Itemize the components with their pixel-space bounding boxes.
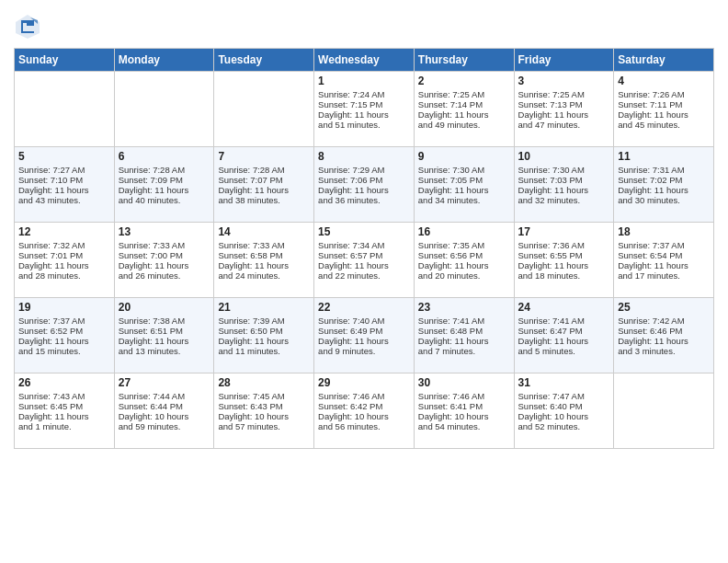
day-info: Sunrise: 7:37 AM — [18, 316, 110, 326]
day-number: 9 — [418, 150, 510, 163]
day-info: Daylight: 11 hours — [218, 260, 310, 270]
day-info: Daylight: 11 hours — [418, 109, 510, 120]
day-info: and 30 minutes. — [618, 195, 710, 205]
day-info: Sunset: 6:47 PM — [518, 326, 610, 336]
day-info: Sunrise: 7:31 AM — [618, 165, 710, 175]
day-info: and 1 minute. — [18, 421, 110, 431]
day-info: Daylight: 11 hours — [318, 336, 410, 346]
day-info: Sunrise: 7:38 AM — [119, 316, 210, 326]
day-info: Sunrise: 7:47 AM — [518, 391, 610, 401]
calendar-cell: 20Sunrise: 7:38 AMSunset: 6:51 PMDayligh… — [114, 298, 214, 373]
day-info: and 45 minutes. — [618, 120, 710, 130]
day-info: Daylight: 11 hours — [218, 336, 310, 346]
calendar-cell: 9Sunrise: 7:30 AMSunset: 7:05 PMDaylight… — [414, 147, 514, 223]
day-info: and 59 minutes. — [119, 421, 210, 431]
day-info: Daylight: 11 hours — [18, 336, 110, 346]
day-info: Sunrise: 7:40 AM — [318, 316, 410, 326]
day-info: Sunset: 7:05 PM — [418, 175, 510, 185]
day-number: 14 — [218, 225, 310, 238]
day-number: 12 — [18, 225, 110, 238]
calendar-cell: 18Sunrise: 7:37 AMSunset: 6:54 PMDayligh… — [614, 223, 714, 298]
page-header — [14, 9, 714, 40]
day-info: Daylight: 11 hours — [318, 185, 410, 195]
day-number: 1 — [318, 75, 410, 87]
day-info: Sunrise: 7:25 AM — [518, 89, 610, 99]
calendar-cell: 19Sunrise: 7:37 AMSunset: 6:52 PMDayligh… — [15, 298, 115, 373]
day-info: Sunset: 6:54 PM — [618, 250, 710, 260]
calendar-cell: 6Sunrise: 7:28 AMSunset: 7:09 PMDaylight… — [114, 147, 214, 223]
day-info: Sunrise: 7:37 AM — [618, 240, 710, 250]
calendar-cell: 28Sunrise: 7:45 AMSunset: 6:43 PMDayligh… — [214, 373, 314, 449]
day-number: 23 — [418, 301, 510, 314]
day-info: Sunset: 7:13 PM — [518, 99, 610, 109]
day-info: Sunset: 6:57 PM — [318, 250, 410, 260]
weekday-header-friday: Friday — [514, 49, 614, 72]
day-info: and 57 minutes. — [218, 421, 310, 431]
day-info: Sunrise: 7:46 AM — [418, 391, 510, 401]
calendar-cell: 22Sunrise: 7:40 AMSunset: 6:49 PMDayligh… — [314, 298, 415, 373]
day-info: and 3 minutes. — [618, 346, 710, 356]
calendar-cell: 12Sunrise: 7:32 AMSunset: 7:01 PMDayligh… — [15, 223, 115, 298]
calendar-cell: 21Sunrise: 7:39 AMSunset: 6:50 PMDayligh… — [214, 298, 314, 373]
day-info: and 32 minutes. — [518, 195, 610, 205]
day-info: Sunrise: 7:34 AM — [318, 240, 410, 250]
day-number: 31 — [518, 376, 610, 389]
day-info: Sunrise: 7:33 AM — [218, 240, 310, 250]
day-info: and 15 minutes. — [18, 346, 110, 356]
day-info: and 22 minutes. — [318, 270, 410, 281]
day-info: and 7 minutes. — [418, 346, 510, 356]
day-info: Sunrise: 7:39 AM — [218, 316, 310, 326]
day-info: and 36 minutes. — [318, 195, 410, 205]
svg-marker-0 — [16, 15, 40, 39]
calendar-cell: 30Sunrise: 7:46 AMSunset: 6:41 PMDayligh… — [414, 373, 514, 449]
day-number: 13 — [119, 225, 210, 238]
day-info: and 20 minutes. — [418, 270, 510, 281]
day-info: Daylight: 11 hours — [618, 109, 710, 120]
calendar-cell: 26Sunrise: 7:43 AMSunset: 6:45 PMDayligh… — [15, 373, 115, 449]
day-info: Sunrise: 7:36 AM — [518, 240, 610, 250]
day-number: 28 — [218, 376, 310, 389]
day-info: Sunset: 6:41 PM — [418, 401, 510, 411]
day-info: and 40 minutes. — [119, 195, 210, 205]
day-info: Sunset: 7:11 PM — [618, 99, 710, 109]
day-info: Sunset: 6:45 PM — [18, 401, 110, 411]
calendar-cell: 14Sunrise: 7:33 AMSunset: 6:58 PMDayligh… — [214, 223, 314, 298]
calendar-cell: 5Sunrise: 7:27 AMSunset: 7:10 PMDaylight… — [15, 147, 115, 223]
day-info: and 38 minutes. — [218, 195, 310, 205]
calendar-cell: 27Sunrise: 7:44 AMSunset: 6:44 PMDayligh… — [114, 373, 214, 449]
day-info: and 9 minutes. — [318, 346, 410, 356]
day-info: Daylight: 11 hours — [318, 109, 410, 120]
day-number: 27 — [119, 376, 210, 389]
day-info: Daylight: 11 hours — [618, 185, 710, 195]
day-info: Sunset: 6:51 PM — [119, 326, 210, 336]
day-info: Sunset: 7:14 PM — [418, 99, 510, 109]
day-number: 22 — [318, 301, 410, 314]
day-info: Sunset: 6:56 PM — [418, 250, 510, 260]
day-info: Sunset: 6:40 PM — [518, 401, 610, 411]
calendar-cell: 15Sunrise: 7:34 AMSunset: 6:57 PMDayligh… — [314, 223, 415, 298]
day-info: Sunrise: 7:46 AM — [318, 391, 410, 401]
day-info: Sunset: 7:03 PM — [518, 175, 610, 185]
calendar-cell: 13Sunrise: 7:33 AMSunset: 7:00 PMDayligh… — [114, 223, 214, 298]
day-info: Sunrise: 7:42 AM — [618, 316, 710, 326]
day-info: Sunset: 6:55 PM — [518, 250, 610, 260]
day-info: Daylight: 10 hours — [518, 411, 610, 421]
logo-icon — [14, 13, 41, 40]
day-info: and 24 minutes. — [218, 270, 310, 281]
day-info: Sunrise: 7:30 AM — [418, 165, 510, 175]
day-info: Sunrise: 7:29 AM — [318, 165, 410, 175]
day-info: Daylight: 10 hours — [119, 411, 210, 421]
day-number: 25 — [618, 301, 710, 314]
day-number: 7 — [218, 150, 310, 163]
day-number: 2 — [418, 75, 510, 87]
calendar-table: SundayMondayTuesdayWednesdayThursdayFrid… — [14, 48, 714, 449]
page-container: SundayMondayTuesdayWednesdayThursdayFrid… — [0, 0, 728, 458]
day-info: Daylight: 11 hours — [119, 260, 210, 270]
day-number: 11 — [618, 150, 710, 163]
day-info: Daylight: 11 hours — [518, 260, 610, 270]
calendar-cell: 10Sunrise: 7:30 AMSunset: 7:03 PMDayligh… — [514, 147, 614, 223]
weekday-header-wednesday: Wednesday — [314, 49, 415, 72]
day-info: Sunrise: 7:41 AM — [418, 316, 510, 326]
calendar-cell: 29Sunrise: 7:46 AMSunset: 6:42 PMDayligh… — [314, 373, 415, 449]
day-number: 16 — [418, 225, 510, 238]
